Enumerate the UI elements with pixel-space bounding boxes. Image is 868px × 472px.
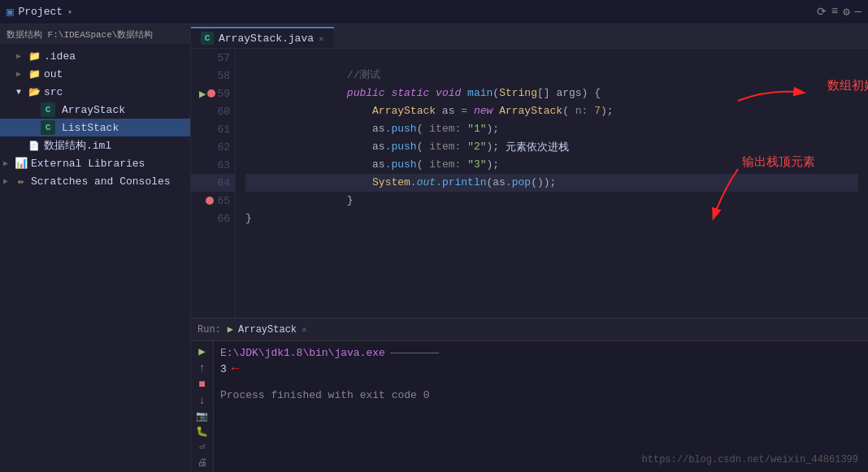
run-debug-button[interactable]: 🐛: [193, 426, 211, 438]
breakpoint-icon[interactable]: [206, 197, 214, 205]
keyword-token: void: [436, 84, 461, 102]
expand-arrow-icon: ▶: [3, 158, 15, 168]
run-down-button[interactable]: ↓: [193, 394, 211, 407]
sidebar-item-liststack[interactable]: C ListStack: [0, 119, 190, 136]
keyword-token: static: [391, 84, 429, 102]
run-icon: ▶: [228, 323, 233, 336]
paren-token: (: [417, 138, 423, 156]
run-output-path: E:\JDK\jdk1.8\bin\java.exe: [220, 344, 861, 361]
line-number-text: 59: [217, 88, 230, 100]
run-panel: Run: ▶ ArrayStack ✕ ▶ ↑ ■ ↓ 📷 🐛 ⏎ 🖨: [191, 318, 868, 472]
code-editor: 57 58 ▶ 59 60 61 62 63: [191, 49, 868, 318]
sidebar-item-label: 数据结构.iml: [44, 138, 111, 153]
line-number-with-markers: 65: [191, 192, 235, 210]
folder-icon: 📂: [28, 85, 41, 98]
run-output-result: 3 ←: [220, 361, 861, 377]
run-stop-button[interactable]: ■: [193, 378, 211, 391]
iml-file-icon: 📄: [28, 139, 41, 152]
expand-arrow-icon: ▶: [3, 176, 15, 186]
sidebar-header: 数据结构 F:\IDEASpace\数据结构: [0, 24, 190, 44]
sidebar-item-label: src: [44, 86, 63, 98]
sidebar-item-label: ArrayStack: [62, 104, 125, 116]
string-token: "2": [467, 138, 486, 156]
line-number-text: 65: [217, 195, 230, 207]
settings-icon[interactable]: ⚙: [843, 5, 849, 19]
tree-container: ▶ 📁 .idea ▶ 📁 out ▼ 📂 src: [0, 44, 190, 472]
folder-icon: 📁: [28, 67, 41, 80]
run-output-exit: Process finished with exit code 0: [220, 387, 861, 403]
method-token: main: [467, 84, 493, 102]
var-token: as: [372, 120, 385, 138]
param-hint-token: item:: [429, 120, 461, 138]
code-content[interactable]: //测试 public static void main(String[] ar…: [236, 49, 868, 318]
dot-token: .: [385, 156, 392, 174]
line-number: 62: [191, 138, 235, 156]
param-hint-token: item:: [429, 156, 461, 174]
gutter: 57 58 ▶ 59 60 61 62 63: [191, 49, 236, 318]
run-camera-button[interactable]: 📷: [193, 410, 211, 422]
run-tab-name: ArrayStack: [238, 324, 297, 336]
project-label[interactable]: Project: [18, 6, 63, 18]
expand-arrow-icon: ▶: [16, 69, 28, 79]
sidebar-item-label: Scratches and Consoles: [31, 175, 171, 188]
watermark-text: https://blog.csdn.net/weixin_44861399: [642, 454, 858, 466]
code-line-66: }: [245, 210, 858, 227]
menu-icon[interactable]: ≡: [831, 5, 838, 19]
run-login-button[interactable]: ⏎: [193, 441, 211, 453]
var-token: as: [372, 138, 385, 156]
comment-token: //测试: [347, 67, 381, 84]
sidebar-item-idea[interactable]: ▶ 📁 .idea: [0, 47, 190, 65]
sidebar-item-label: External Libraries: [31, 158, 145, 170]
java-file-icon: C: [41, 120, 55, 135]
method-token: push: [391, 120, 416, 138]
path-line-decoration: [390, 353, 439, 353]
dot-token: .: [385, 120, 392, 138]
sidebar-item-label: ListStack: [62, 122, 119, 134]
var-token: as: [442, 102, 455, 120]
brace-token: }: [347, 192, 354, 210]
var-token: as: [493, 174, 506, 192]
paren-token: ): [582, 84, 588, 102]
editor-tab-arraystack[interactable]: C ArrayStack.java ✕: [191, 27, 334, 48]
run-play-button[interactable]: ▶: [193, 344, 211, 358]
type-token: String: [499, 84, 537, 102]
breakpoint-icon[interactable]: [207, 89, 215, 97]
expand-arrow-icon: ▼: [16, 88, 28, 97]
sidebar-item-extlibs[interactable]: ▶ 📊 External Libraries: [0, 154, 190, 172]
scratches-icon: ✏️: [15, 175, 28, 188]
paren-token: (: [486, 174, 493, 192]
spacer: [220, 377, 861, 383]
run-tab-arraystack[interactable]: ▶ ArrayStack ✕: [228, 323, 307, 336]
class-token: System: [372, 174, 410, 192]
num-token: 7: [594, 102, 601, 120]
run-up-button[interactable]: ↑: [193, 362, 211, 375]
output-path-text: E:\JDK\jdk1.8\bin\java.exe: [220, 347, 385, 359]
tab-close-icon[interactable]: ✕: [319, 33, 324, 44]
paren-token: );: [487, 156, 500, 174]
op-token: =: [461, 102, 467, 120]
title-bar-icons: ⟳ ≡ ⚙ —: [817, 5, 861, 19]
sidebar-item-src[interactable]: ▼ 📂 src: [0, 83, 190, 101]
annotation-inline: 元素依次进栈: [506, 138, 569, 156]
sidebar-item-iml[interactable]: 📄 数据结构.iml: [0, 136, 190, 154]
dropdown-arrow-icon[interactable]: ▾: [67, 7, 72, 17]
sidebar: 数据结构 F:\IDEASpace\数据结构 ▶ 📁 .idea ▶ 📁 out…: [0, 24, 191, 472]
code-line-65: }: [245, 192, 858, 210]
run-arrow-icon[interactable]: ▶: [199, 87, 206, 101]
sidebar-item-out[interactable]: ▶ 📁 out: [0, 65, 190, 83]
project-icon: ▣: [7, 5, 13, 19]
java-file-icon: C: [41, 102, 55, 117]
type-token: ArrayStack: [372, 102, 436, 120]
minimize-icon[interactable]: —: [855, 5, 861, 19]
run-tab-close-icon[interactable]: ✕: [302, 324, 307, 335]
paren-token: );: [601, 102, 614, 120]
paren-token: (: [417, 156, 423, 174]
paren-token: ()): [531, 174, 549, 192]
refresh-icon[interactable]: ⟳: [817, 5, 827, 19]
run-output: E:\JDK\jdk1.8\bin\java.exe 3 ← Process f…: [214, 341, 868, 472]
sidebar-item-arraystack[interactable]: C ArrayStack: [0, 101, 190, 119]
method-token: pop: [512, 174, 531, 192]
field-token: out: [417, 174, 436, 192]
sidebar-item-scratches[interactable]: ▶ ✏️ Scratches and Consoles: [0, 172, 190, 190]
run-print-button[interactable]: 🖨: [193, 457, 211, 469]
